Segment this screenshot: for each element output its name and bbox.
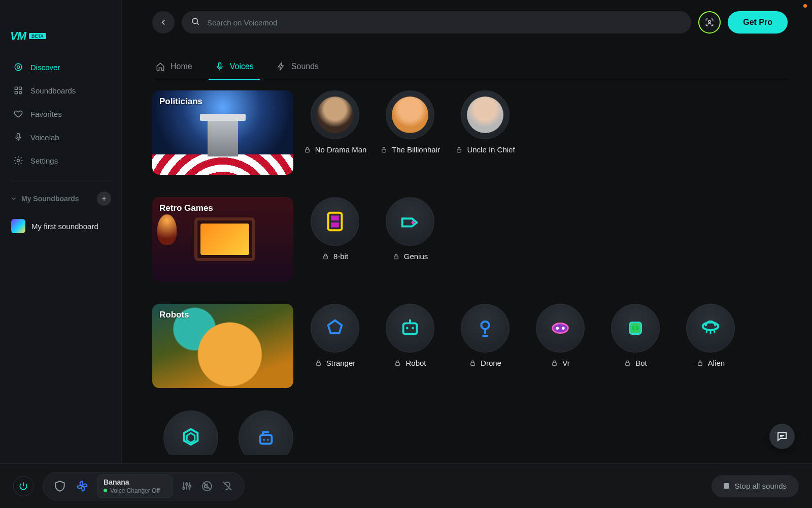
- sliders-icon[interactable]: [180, 480, 193, 493]
- voice-stranger[interactable]: Stranger: [307, 304, 363, 367]
- tab-home[interactable]: Home: [152, 53, 195, 80]
- svg-rect-15: [331, 216, 339, 221]
- hear-self-icon[interactable]: [221, 480, 234, 493]
- svg-rect-2: [15, 87, 17, 89]
- svg-rect-26: [471, 363, 475, 366]
- voice-robot[interactable]: Robot: [382, 304, 438, 367]
- target-icon: [13, 62, 23, 72]
- tab-label: Home: [171, 62, 192, 71]
- category-card-politicians[interactable]: Politicians: [152, 90, 293, 175]
- tab-sounds[interactable]: Sounds: [273, 53, 322, 80]
- svg-rect-12: [382, 149, 386, 152]
- status-dot: [104, 489, 107, 492]
- logo-mark: VM: [10, 29, 26, 43]
- voice-name: Uncle In Chief: [467, 145, 515, 154]
- voice-the-billionhair[interactable]: The Billionhair: [382, 90, 438, 154]
- svg-rect-14: [328, 213, 342, 231]
- nav-discover[interactable]: Discover: [7, 57, 114, 77]
- voice-drone[interactable]: Drone: [457, 304, 514, 367]
- fan-icon[interactable]: [75, 479, 90, 494]
- voice-name: Stranger: [326, 359, 356, 367]
- get-pro-button[interactable]: Get Pro: [728, 11, 788, 34]
- footer-bar: Banana Voice Changer Off Stop all sounds: [0, 463, 812, 508]
- svg-rect-13: [457, 149, 461, 152]
- voice-status[interactable]: Banana Voice Changer Off: [97, 474, 173, 498]
- category-card-retro[interactable]: Retro Games: [152, 197, 293, 281]
- soundboard-item[interactable]: My first soundboard: [7, 214, 114, 238]
- svg-point-39: [267, 439, 269, 441]
- category-title: Robots: [159, 310, 189, 320]
- face-scan-button[interactable]: [698, 11, 721, 34]
- tab-label: Sounds: [291, 62, 319, 71]
- category-politicians: Politicians No Drama Man The Billionhair: [152, 90, 800, 175]
- nav-label: Soundboards: [30, 86, 76, 95]
- voice-vr[interactable]: Vr: [532, 304, 589, 367]
- voice-name: Vr: [562, 359, 569, 367]
- gear-icon: [13, 155, 23, 166]
- add-soundboard-button[interactable]: [97, 192, 111, 206]
- category-card-robots[interactable]: Robots: [152, 304, 293, 388]
- soundboard-thumb: [11, 219, 25, 233]
- nav-voicelab[interactable]: Voicelab: [7, 127, 114, 147]
- voice-name: 8-bit: [333, 252, 348, 261]
- voice-name: Bot: [635, 359, 647, 367]
- sidebar: VM BETA Discover Soundboards Favorites: [0, 0, 122, 508]
- chevron-down-icon: [10, 195, 17, 202]
- voice-extra-1[interactable]: [162, 410, 219, 455]
- svg-point-42: [189, 485, 191, 487]
- voice-bot[interactable]: Bot: [607, 304, 664, 367]
- grid-icon: [13, 85, 23, 96]
- face-icon: [392, 97, 428, 133]
- stop-all-sounds-button[interactable]: Stop all sounds: [712, 475, 799, 497]
- search-icon: [191, 17, 200, 28]
- svg-point-38: [263, 439, 265, 441]
- svg-point-18: [412, 221, 415, 224]
- nav-favorites[interactable]: Favorites: [7, 104, 114, 124]
- svg-point-27: [553, 323, 568, 333]
- tab-voices[interactable]: Voices: [212, 53, 257, 80]
- mute-icon[interactable]: [200, 480, 214, 493]
- voice-name: No Drama Man: [315, 145, 367, 154]
- nav-soundboards[interactable]: Soundboards: [7, 80, 114, 101]
- logo-beta-badge: BETA: [29, 33, 46, 39]
- svg-rect-6: [17, 134, 20, 138]
- power-button[interactable]: [13, 476, 33, 496]
- voice-list: No Drama Man The Billionhair Uncle In Ch…: [307, 90, 514, 154]
- svg-point-1: [17, 66, 20, 69]
- lock-icon: [322, 252, 329, 260]
- voice-no-drama-man[interactable]: No Drama Man: [307, 90, 363, 154]
- voice-genius[interactable]: Genius: [382, 197, 438, 261]
- svg-rect-36: [698, 363, 702, 366]
- back-button[interactable]: [152, 11, 175, 34]
- voice-name: Drone: [481, 359, 501, 367]
- search-input[interactable]: [206, 18, 682, 27]
- content-area: Politicians No Drama Man The Billionhair: [152, 90, 800, 455]
- my-soundboards-header[interactable]: My Soundboards: [7, 189, 114, 208]
- voice-name: Genius: [404, 252, 428, 261]
- lock-icon: [380, 146, 388, 153]
- voice-uncle-in-chief[interactable]: Uncle In Chief: [457, 90, 514, 154]
- svg-point-22: [406, 327, 409, 330]
- svg-rect-19: [394, 256, 398, 259]
- stop-label: Stop all sounds: [734, 482, 787, 490]
- voice-8bit[interactable]: 8-bit: [307, 197, 363, 261]
- nav-settings[interactable]: Settings: [7, 150, 114, 171]
- voice-name: Robot: [405, 359, 426, 367]
- recording-indicator: [803, 4, 807, 8]
- svg-rect-4: [15, 91, 17, 94]
- alien-icon: [699, 316, 722, 340]
- svg-rect-32: [632, 326, 634, 330]
- mic-icon: [13, 132, 23, 142]
- category-title: Retro Games: [159, 203, 213, 213]
- shield-icon[interactable]: [52, 479, 67, 494]
- svg-rect-16: [331, 223, 339, 228]
- search-bar[interactable]: [182, 11, 691, 34]
- voice-name: Alien: [708, 359, 725, 367]
- svg-rect-24: [396, 363, 400, 366]
- status-text: Voice Changer Off: [110, 487, 160, 494]
- voice-extra-2[interactable]: [238, 410, 294, 455]
- chat-button[interactable]: [769, 424, 795, 449]
- overflow-voices: [162, 410, 800, 455]
- tab-label: Voices: [230, 62, 254, 71]
- voice-alien[interactable]: Alien: [682, 304, 739, 367]
